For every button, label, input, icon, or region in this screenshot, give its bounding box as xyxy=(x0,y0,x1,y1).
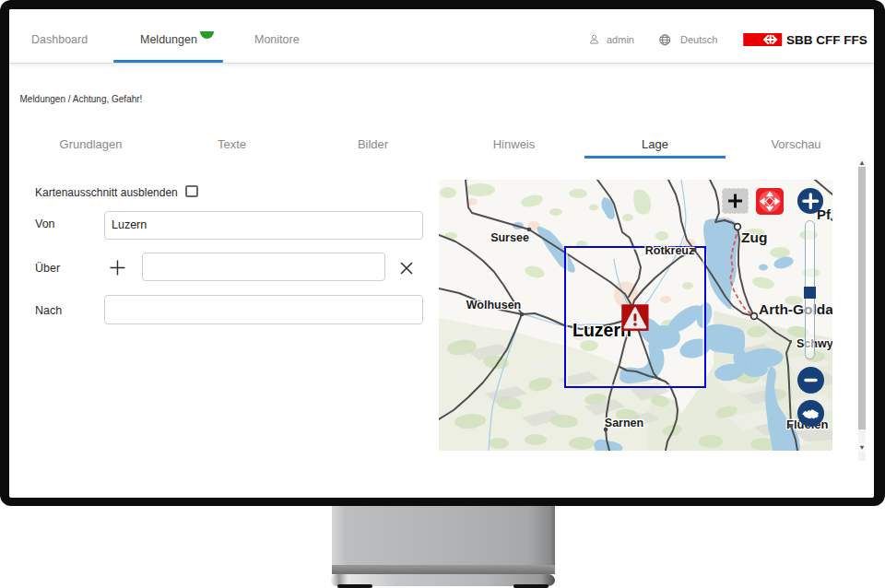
svg-text:Arth-Goldau: Arth-Goldau xyxy=(759,301,832,317)
svg-text:Wolhusen: Wolhusen xyxy=(466,299,522,312)
svg-text:Schwyz: Schwyz xyxy=(796,337,832,350)
svg-text:Sarnen: Sarnen xyxy=(605,417,643,429)
svg-text:Zug: Zug xyxy=(741,229,767,245)
svg-text:Sursee: Sursee xyxy=(490,231,529,244)
svg-text:Rotkreuz: Rotkreuz xyxy=(645,244,694,257)
